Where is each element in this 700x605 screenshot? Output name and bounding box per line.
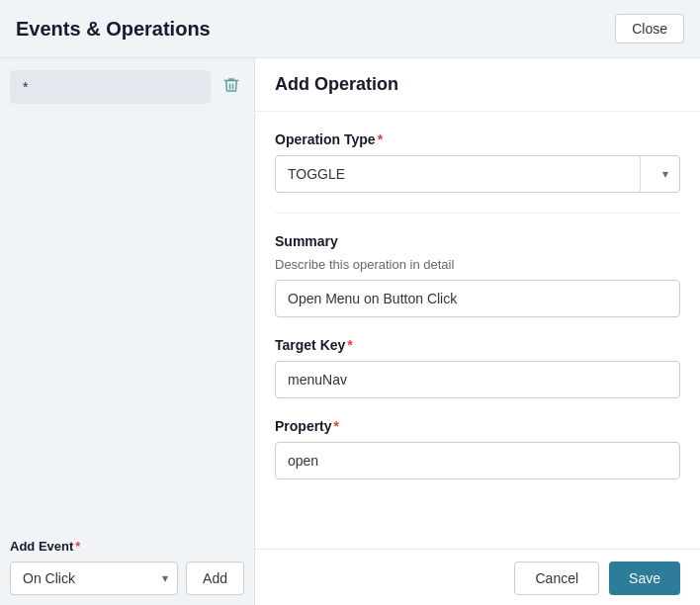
property-label: Property*: [275, 418, 680, 434]
sidebar-items-area: *: [10, 70, 244, 523]
event-item[interactable]: *: [10, 70, 211, 104]
select-divider: [640, 155, 641, 193]
header: Events & Operations Close: [0, 0, 700, 58]
divider-1: [275, 213, 680, 214]
required-marker: *: [75, 539, 80, 554]
operation-type-label: Operation Type*: [275, 131, 680, 147]
summary-label: Summary: [275, 233, 680, 249]
right-panel-footer: Cancel Save: [255, 549, 700, 605]
property-input[interactable]: [275, 442, 680, 479]
operation-type-select[interactable]: TOGGLE SET RESET NAVIGATE OPEN_URL: [275, 155, 680, 193]
page-title: Events & Operations: [16, 18, 211, 41]
operation-type-select-wrapper: TOGGLE SET RESET NAVIGATE OPEN_URL ▾: [275, 155, 680, 193]
save-button[interactable]: Save: [609, 562, 680, 595]
operation-type-group: Operation Type* TOGGLE SET RESET NAVIGAT…: [275, 131, 680, 193]
event-select-wrapper: On Click On Hover On Change On Load ▾: [10, 562, 178, 595]
property-group: Property*: [275, 418, 680, 479]
right-panel: Add Operation Operation Type* TOGGLE SET…: [255, 58, 700, 605]
target-key-label: Target Key*: [275, 337, 680, 353]
delete-icon[interactable]: [219, 72, 244, 102]
sidebar-bottom: Add Event* On Click On Hover On Change O…: [10, 531, 244, 595]
cancel-button[interactable]: Cancel: [514, 562, 599, 595]
event-item-row: *: [10, 70, 244, 104]
sidebar: * Add Event* On Click: [0, 58, 255, 605]
add-operation-title: Add Operation: [275, 74, 398, 94]
right-panel-body: Operation Type* TOGGLE SET RESET NAVIGAT…: [255, 112, 700, 549]
add-event-button[interactable]: Add: [186, 562, 244, 595]
add-event-row: On Click On Hover On Change On Load ▾ Ad…: [10, 562, 244, 595]
event-type-select[interactable]: On Click On Hover On Change On Load: [10, 562, 178, 595]
right-panel-header: Add Operation: [255, 58, 700, 112]
target-key-input[interactable]: [275, 361, 680, 398]
summary-input[interactable]: [275, 280, 680, 317]
close-button[interactable]: Close: [615, 14, 684, 43]
add-event-label: Add Event*: [10, 539, 244, 554]
summary-hint: Describe this operation in detail: [275, 257, 680, 272]
target-key-group: Target Key*: [275, 337, 680, 398]
main-content: * Add Event* On Click: [0, 58, 700, 605]
summary-group: Summary Describe this operation in detai…: [275, 233, 680, 317]
